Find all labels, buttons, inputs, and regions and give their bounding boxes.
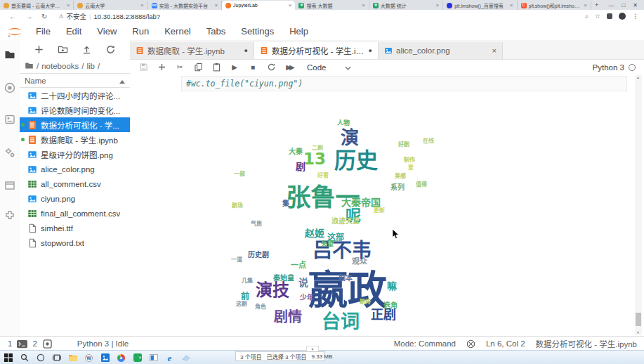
file-item[interactable]: alice_color.png — [20, 162, 130, 176]
file-item[interactable]: stopword.txt — [20, 235, 130, 250]
menu-item-run[interactable]: Run — [124, 26, 157, 37]
kernel-count[interactable]: 2 — [32, 339, 37, 348]
task-view-icon[interactable] — [48, 351, 65, 364]
3d-viewer-icon[interactable] — [178, 351, 194, 364]
word-app-icon[interactable]: W — [81, 351, 97, 364]
kernel-icon[interactable] — [42, 339, 53, 349]
mode-indicator[interactable]: Mode: Command — [394, 339, 456, 348]
document-tab[interactable]: 数据爬取 - 学生.ipynb● — [130, 42, 254, 59]
extension-manager-icon[interactable] — [4, 210, 15, 221]
refresh-button[interactable] — [105, 44, 116, 55]
file-item[interactable]: ciyun.png — [20, 191, 130, 206]
document-tab[interactable]: alice_color.png× — [379, 42, 503, 59]
bookmark-star-icon[interactable]: ☆ — [595, 13, 600, 20]
zoom-icon[interactable]: ⌕ — [585, 13, 589, 20]
file-explorer-icon[interactable] — [65, 351, 81, 364]
run-button[interactable]: ▶ — [230, 63, 239, 72]
cell-type-dropdown[interactable]: Code — [307, 63, 351, 72]
extension-icon[interactable] — [607, 13, 612, 19]
green-app-icon[interactable] — [129, 351, 145, 364]
breadcrumb-item[interactable]: notebooks — [41, 62, 79, 70]
breadcrumb-item[interactable]: lib — [86, 62, 95, 70]
menu-item-settings[interactable]: Settings — [233, 26, 282, 37]
photos-app-icon[interactable] — [97, 351, 113, 364]
start-icon[interactable] — [0, 351, 16, 364]
insert-cell-button[interactable] — [157, 63, 166, 72]
home-folder-icon[interactable] — [25, 61, 34, 70]
new-tab-button[interactable]: + — [591, 1, 603, 10]
tab-close-icon[interactable]: × — [214, 2, 218, 8]
menu-item-help[interactable]: Help — [282, 26, 316, 37]
new-launcher-button[interactable] — [34, 44, 44, 55]
new-folder-button[interactable] — [58, 44, 68, 55]
browser-tab[interactable]: bd实验 - 大数据实验平台× — [148, 1, 222, 10]
upload-button[interactable] — [81, 44, 92, 55]
browser-tab[interactable]: plt.imshow()_百度搜索× — [443, 1, 517, 10]
restart-kernel-button[interactable] — [266, 63, 276, 72]
back-icon[interactable]: ← — [9, 13, 16, 20]
minimize-icon[interactable]: — — [608, 2, 614, 8]
url-field[interactable]: ⚠ 不安全 | 10.30.188.2:8888/lab? — [58, 11, 160, 21]
file-item[interactable]: 二十四小时内的评论... — [20, 88, 130, 103]
open-tabs-icon[interactable] — [4, 180, 15, 191]
file-item[interactable]: final_all_comment.csv — [20, 206, 130, 221]
stop-button[interactable]: ■ — [248, 63, 258, 72]
profile-avatar[interactable] — [619, 13, 626, 20]
menu-item-view[interactable]: View — [89, 26, 124, 37]
document-tab[interactable]: 数据分析可视化 - 学生.ipynb● — [254, 42, 379, 59]
terminal-icon[interactable] — [17, 339, 27, 349]
scroll-up-icon[interactable]: ▲ — [636, 76, 640, 79]
ie-icon[interactable]: e — [162, 351, 178, 364]
kernel-status[interactable]: Python 3 | Idle — [77, 339, 129, 348]
tab-close-icon[interactable]: × — [492, 46, 497, 55]
browser-tab[interactable]: Cplt.show()和plt.imshow()...× — [518, 1, 591, 10]
save-button[interactable] — [138, 63, 148, 72]
terminal-count[interactable]: 1 — [8, 339, 12, 348]
property-inspector-icon[interactable] — [4, 147, 15, 158]
menu-item-tabs[interactable]: Tabs — [199, 26, 233, 37]
notebook-content[interactable]: #wc.to_file("ciyun.png") 嬴政张鲁一历史吕不韦台词演技剧… — [130, 75, 644, 336]
vertical-scrollbar[interactable]: ▲ ▼ — [635, 75, 642, 335]
running-sessions-icon[interactable] — [4, 82, 15, 93]
cortana-icon[interactable] — [32, 351, 48, 364]
menu-item-edit[interactable]: Edit — [58, 26, 89, 37]
scroll-down-icon[interactable]: ▼ — [636, 331, 640, 334]
forward-icon[interactable]: → — [25, 13, 32, 20]
browser-tab[interactable]: 首页要闻 - 云南大学门户平台× — [0, 1, 74, 10]
copy-cells-button[interactable] — [193, 63, 203, 72]
browser-tab[interactable]: 云南大学× — [74, 1, 147, 10]
cut-cells-button[interactable]: ✂ — [175, 63, 185, 72]
tab-close-icon[interactable]: × — [362, 2, 365, 8]
reload-icon[interactable]: ↻ — [41, 13, 47, 20]
browser-tab[interactable]: JupyterLab× — [222, 1, 295, 10]
breadcrumb[interactable]: /notebooks/lib/ — [20, 58, 130, 73]
file-item[interactable]: all_comment.csv — [20, 176, 130, 191]
file-list-header[interactable]: Name — [20, 73, 130, 88]
scrollbar-thumb[interactable] — [636, 313, 641, 326]
tab-close-icon[interactable]: × — [435, 2, 439, 8]
file-browser-icon[interactable] — [4, 49, 15, 60]
code-cell[interactable]: #wc.to_file("ciyun.png") — [181, 76, 627, 91]
tab-close-icon[interactable]: × — [140, 2, 144, 8]
paste-cells-button[interactable] — [211, 63, 221, 72]
media-app-icon[interactable] — [145, 351, 162, 364]
bell-off-icon[interactable] — [466, 339, 475, 349]
maximize-icon[interactable]: □ — [622, 2, 625, 8]
tab-close-icon[interactable]: × — [289, 2, 292, 8]
menu-item-kernel[interactable]: Kernel — [157, 26, 199, 37]
tab-close-icon[interactable]: × — [584, 2, 587, 8]
chrome-icon[interactable] — [113, 351, 129, 364]
file-item[interactable]: simhei.ttf — [20, 221, 130, 235]
search-icon[interactable] — [16, 351, 32, 364]
browser-tab[interactable]: ≣大数据 统计× — [369, 1, 443, 10]
browser-tab[interactable]: ≣搜索 大数据× — [295, 1, 369, 10]
browser-menu-icon[interactable]: ⋮ — [632, 13, 638, 20]
file-item[interactable]: 评论数随时间的变化... — [20, 103, 130, 117]
command-palette-icon[interactable] — [4, 114, 15, 125]
cursor-position[interactable]: Ln 6, Col 2 — [486, 339, 525, 348]
run-all-button[interactable]: ▶▶ — [284, 63, 294, 72]
file-item[interactable]: 数据爬取 - 学生.ipynb — [20, 132, 130, 147]
tab-close-icon[interactable]: × — [510, 2, 513, 8]
menu-item-file[interactable]: File — [28, 26, 58, 37]
close-icon[interactable]: ✕ — [633, 2, 638, 8]
